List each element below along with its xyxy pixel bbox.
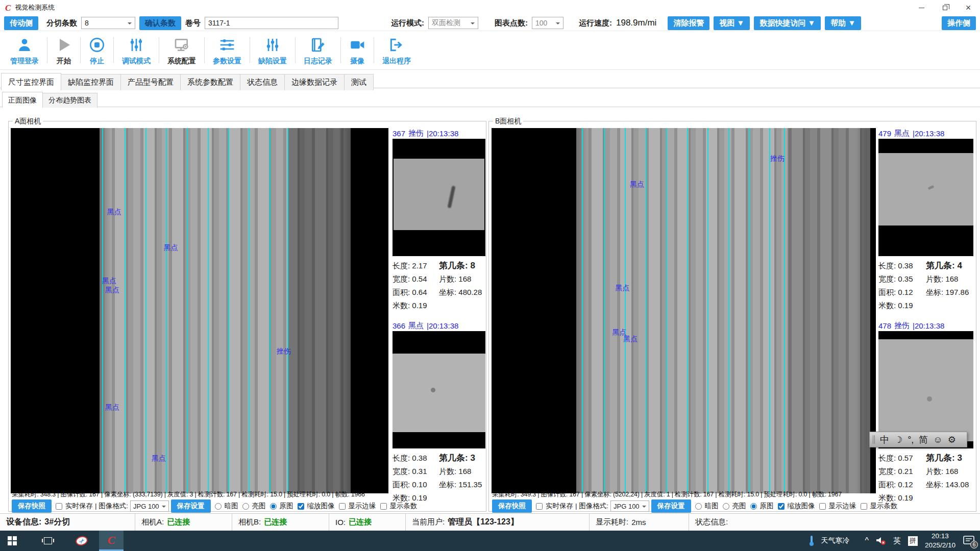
save-snapshot-button[interactable]: 保存快照 [12,499,52,513]
realtime-save-checkbox[interactable] [536,503,543,510]
drive-side-button[interactable]: 传动侧 [4,16,38,30]
run-mode-select[interactable]: 双面检测 [428,17,478,29]
ribbon-item-start[interactable]: 开始 [47,31,80,69]
stat-value: 0.19 [412,493,427,502]
ime-language-bar[interactable]: 中 ☽ °, 简 ☺ ⚙ [869,432,967,447]
restore-button[interactable] [933,0,957,15]
run-mode-label: 运行模式: [391,18,424,28]
start-button[interactable] [0,531,24,551]
tab-test[interactable]: 测试 [344,74,374,90]
tab-size-monitor[interactable]: 尺寸监控界面 [1,73,61,90]
task-view-button[interactable] [36,531,60,551]
snipping-tool-button[interactable]: ✂ [69,531,94,551]
stat-value: 0.19 [898,493,913,502]
stat-label: 第几条: [926,261,955,270]
dark-image-radio[interactable] [695,503,702,510]
ribbon-item-stop[interactable]: 停止 [81,31,113,69]
defect-card[interactable]: 367 挫伤 |20:13:38 长度: 2.17 宽度: 0.54 面积: 0… [393,128,485,312]
show-strips-checkbox[interactable] [861,503,867,510]
strip-boundary-line [784,128,785,493]
image-format-select[interactable]: JPG 100 [130,500,169,512]
strip-boundary-line [187,128,188,493]
ribbon-item-defect-settings[interactable]: 缺陷设置 [250,31,295,69]
original-image-radio[interactable] [270,503,277,510]
minimize-button[interactable] [910,0,933,15]
ribbon-item-debug-mode[interactable]: 调试模式 [114,31,159,69]
ime-settings-gear-icon[interactable]: ⚙ [948,435,956,444]
dark-image-radio[interactable] [215,503,222,510]
current-user-segment: 当前用户: 管理员【123-123】 [406,514,590,531]
volume-muted-button[interactable] [876,536,886,545]
ribbon-item-exit-program[interactable]: 退出程序 [374,31,419,69]
show-edge-checkbox[interactable] [819,503,826,510]
defect-card[interactable]: 479 黑点 |20:13:38 长度: 0.38 宽度: 0.35 面积: 0… [878,128,973,312]
emoji-panel-icon[interactable]: ☺ [933,435,942,444]
io-conn-segment: IO: 已连接 [329,514,406,531]
slit-count-select[interactable]: 8 [81,17,135,29]
punctuation-mode-icon[interactable]: °, [908,435,914,444]
chart-points-select[interactable]: 100 [532,17,564,29]
tab-defect-monitor[interactable]: 缺陷监控界面 [61,74,121,90]
roll-number-input[interactable] [205,17,338,29]
ribbon-label: 停止 [90,57,104,66]
defect-card[interactable]: 478 挫伤 |20:13:38 长度: 0.57 宽度: 0.21 面积: 0… [878,320,973,505]
ribbon-item-log-record[interactable]: 日志记录 [296,31,340,69]
drag-handle-icon[interactable] [873,435,875,444]
ribbon-item-system-config[interactable]: 系统配置 [159,31,204,69]
notification-center-button[interactable]: 6 [963,535,975,546]
user-icon [16,35,33,55]
stat-value: 0.54 [412,274,427,283]
zoom-image-checkbox[interactable] [298,503,304,510]
simplified-chinese-button[interactable]: 简 [919,435,928,444]
camera-a-defect-cards: 367 挫伤 |20:13:38 长度: 2.17 宽度: 0.54 面积: 0… [393,128,485,513]
confirm-count-button[interactable]: 确认条数 [139,16,181,30]
hidden-icons-button[interactable]: ^ [865,536,869,545]
tab-edge-data-record[interactable]: 边缘数据记录 [284,74,345,90]
tab-status-info[interactable]: 状态信息 [240,74,285,90]
defect-card[interactable]: 366 黑点 |20:13:38 长度: 0.38 宽度: 0.31 面积: 0… [393,320,485,505]
camera-a-status-line: 采集耗时: 348.3 | 图像计数: 167 | 像素坐标: (333,713… [12,490,394,499]
save-settings-button[interactable]: 保存设置 [171,499,211,513]
clear-alarm-button[interactable]: 清除报警 [668,16,709,30]
device-info-label: 设备信息: [6,517,41,528]
defect-overlay-label: 黑点 [152,454,166,463]
subtab-front-image[interactable]: 正面图像 [2,92,43,108]
view-menu-button[interactable]: 视图 ▼ [714,16,750,30]
language-indicator[interactable]: 英 [893,536,901,546]
ribbon-item-admin-login[interactable]: 管理登录 [2,31,47,69]
ribbon-item-params-settings[interactable]: 参数设置 [205,31,250,69]
tab-product-model-config[interactable]: 产品型号配置 [120,74,181,90]
close-button[interactable]: × [957,0,980,15]
show-strips-checkbox[interactable] [380,503,387,510]
ribbon-item-camera[interactable]: 摄像 [341,31,374,69]
bright-image-radio[interactable] [242,503,249,510]
status-info-segment: 状态信息: [689,514,980,531]
zoom-image-checkbox[interactable] [778,503,785,510]
active-app-taskbar-button[interactable]: C [99,531,124,551]
operate-side-button[interactable]: 操作侧 [942,16,976,30]
save-settings-button[interactable]: 保存设置 [651,499,691,513]
ime-chinese-mode-button[interactable]: 中 [880,435,889,444]
defect-time: |20:13:38 [427,129,458,138]
camera-b-image[interactable]: 黑点挫伤黑点黑点黑点 [492,128,876,493]
app-logo-icon: C [108,534,115,547]
roll-label: 卷号 [185,18,201,28]
tab-system-params-config[interactable]: 系统参数配置 [180,74,240,90]
camera-a-image[interactable]: 黑点黑点黑点黑点挫伤黑点黑点 [11,128,388,493]
ime-mode-indicator[interactable]: 拼 [908,536,918,546]
ribbon-label: 缺陷设置 [258,57,287,66]
data-quick-access-menu-button[interactable]: 数据快捷访问 ▼ [754,16,821,30]
show-edge-checkbox[interactable] [339,503,346,510]
defect-id: 479 [878,129,891,138]
save-snapshot-button[interactable]: 保存快照 [492,499,532,513]
image-format-select[interactable]: JPG 100 [610,500,649,512]
clock[interactable]: 20:13 2025/2/10 [925,532,955,549]
help-menu-button[interactable]: 帮助 ▼ [825,16,861,30]
realtime-save-checkbox[interactable] [56,503,62,510]
moon-fullhalf-width-icon[interactable]: ☽ [894,435,902,444]
original-image-radio[interactable] [750,503,757,510]
strip-boundary-line [208,128,209,493]
weather-text[interactable]: 天气寒冷 [821,536,849,545]
subtab-trend-chart[interactable]: 分布趋势图表 [42,93,97,108]
bright-image-radio[interactable] [723,503,729,510]
